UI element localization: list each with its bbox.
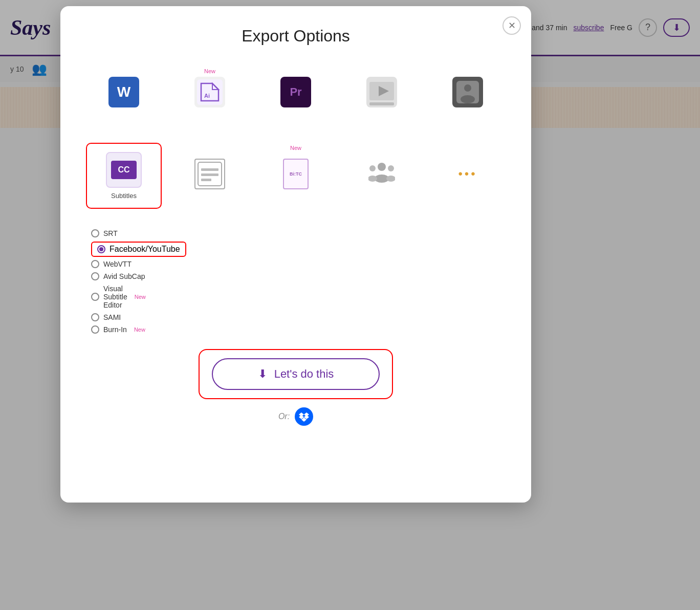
lets-do-this-button[interactable]: ⬇ Let's do this <box>212 358 380 390</box>
radio-srt <box>91 229 99 237</box>
premiere-icon: Pr <box>280 77 311 107</box>
word-icon-wrapper: W <box>106 74 142 110</box>
export-option-fcpx[interactable] <box>344 66 420 122</box>
screening-icon <box>452 77 483 107</box>
srt-svg <box>197 161 223 187</box>
format-webvtt-label: WebVTT <box>103 260 132 268</box>
cta-wrapper: ⬇ Let's do this <box>199 349 393 399</box>
svg-rect-12 <box>201 168 218 171</box>
new-badge-ai: New <box>204 68 215 74</box>
more-icon-wrapper: ••• <box>450 156 486 192</box>
svg-point-9 <box>464 84 471 92</box>
svg-point-17 <box>369 165 376 171</box>
cta-area: ⬇ Let's do this Or: <box>86 349 506 426</box>
svg-rect-14 <box>201 179 211 181</box>
srt-icon-wrapper <box>192 156 228 192</box>
radio-avid <box>91 272 99 280</box>
format-option-webvtt[interactable]: WebVTT <box>91 260 506 268</box>
new-badge-bitc: New <box>290 145 301 151</box>
format-visual-label: VisualSubtitleEditor <box>103 285 127 309</box>
new-badge-visual: New <box>135 294 146 300</box>
format-option-avid[interactable]: Avid SubCap <box>91 272 506 280</box>
format-avid-label: Avid SubCap <box>103 272 145 280</box>
team-icon-wrapper <box>364 156 400 192</box>
subtitles-cc-icon: CC <box>106 152 142 188</box>
svg-rect-7 <box>369 102 394 105</box>
cta-button-label: Let's do this <box>274 367 334 381</box>
format-burnin-label: Burn-In <box>103 325 127 334</box>
download-cta-icon: ⬇ <box>258 367 267 381</box>
team-svg <box>368 160 395 183</box>
svg-point-19 <box>388 165 394 171</box>
format-option-sami[interactable]: SAMI <box>91 313 506 321</box>
export-option-screening[interactable] <box>430 66 506 122</box>
close-button[interactable]: ✕ <box>502 16 521 35</box>
format-option-burnin[interactable]: Burn-In New <box>91 325 506 334</box>
radio-facebook <box>97 245 105 253</box>
format-options: SRT Facebook/YouTube WebVTT Avid SubCap … <box>86 229 506 334</box>
bitc-icon-wrapper: Bi:TC <box>278 156 314 192</box>
svg-text:Ai: Ai <box>204 93 210 99</box>
svg-rect-13 <box>201 173 218 176</box>
format-facebook-label: Facebook/YouTube <box>110 245 180 254</box>
word-icon: W <box>108 77 139 107</box>
export-option-subtitles[interactable]: CC Subtitles <box>86 143 162 209</box>
srt-icon <box>194 159 225 189</box>
screening-svg <box>456 81 479 103</box>
or-label: Or: <box>278 412 290 421</box>
subtitles-icon-wrapper: CC <box>106 152 142 188</box>
export-option-team[interactable] <box>344 143 420 209</box>
dropbox-icon[interactable] <box>295 407 313 426</box>
export-option-word[interactable]: W <box>86 66 162 122</box>
more-icon: ••• <box>458 167 477 181</box>
format-sami-label: SAMI <box>103 313 121 321</box>
svg-point-10 <box>461 95 475 103</box>
screening-icon-wrapper <box>450 74 486 110</box>
radio-sami <box>91 313 99 321</box>
export-option-ai[interactable]: New Ai <box>172 66 248 122</box>
premiere-icon-wrapper: Pr <box>278 74 314 110</box>
modal-title: Export Options <box>86 27 506 46</box>
or-row: Or: <box>278 407 313 426</box>
illustrator-svg-icon: Ai <box>197 79 223 105</box>
bitc-paper: Bi:TC <box>283 159 309 189</box>
ai-icon-wrapper: Ai <box>192 74 228 110</box>
radio-dot-facebook <box>99 247 103 251</box>
bitc-icon: Bi:TC <box>280 156 311 192</box>
cc-inner: CC <box>111 161 137 179</box>
dropbox-svg <box>299 411 309 422</box>
subtitles-label: Subtitles <box>111 192 137 200</box>
export-options-row2: CC Subtitles New <box>86 143 506 209</box>
format-srt-label: SRT <box>103 229 118 237</box>
new-badge-burnin: New <box>134 326 145 333</box>
export-option-bitc[interactable]: New Bi:TC <box>258 143 334 209</box>
svg-point-15 <box>378 163 386 171</box>
export-option-srt[interactable] <box>172 143 248 209</box>
radio-webvtt <box>91 260 99 268</box>
fcpx-icon-wrapper <box>364 74 400 110</box>
fcpx-svg-icon <box>366 77 397 107</box>
radio-burnin <box>91 325 99 334</box>
format-option-srt[interactable]: SRT <box>91 229 506 237</box>
export-option-premiere[interactable]: Pr <box>258 66 334 122</box>
export-modal: Export Options ✕ W New Ai <box>60 6 531 503</box>
radio-visual <box>91 293 99 301</box>
team-icon <box>368 160 395 187</box>
export-option-more[interactable]: ••• <box>430 143 506 209</box>
format-option-facebook-box[interactable]: Facebook/YouTube <box>91 242 186 257</box>
format-option-visual[interactable]: VisualSubtitleEditor New <box>91 285 506 309</box>
export-options-row1: W New Ai Pr <box>86 66 506 122</box>
